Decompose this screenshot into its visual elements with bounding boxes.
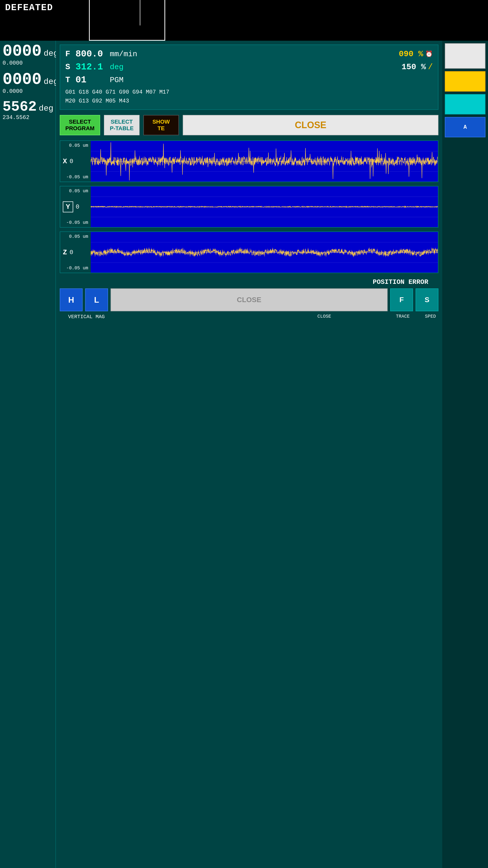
top-bar: DEFEATED <box>0 0 488 41</box>
s-label: S <box>65 62 75 72</box>
chart-z: 0.05 um Z 0 -0.05 um <box>60 231 438 273</box>
axis1-value: 0000 <box>3 43 42 60</box>
chart-y-axis-box: Y <box>63 202 73 212</box>
chart-z-axis-label: Z <box>63 248 67 256</box>
s-unit: deg <box>110 63 124 71</box>
bottom-button-row: H L CLOSE F S <box>60 288 438 311</box>
right-btn-yellow[interactable] <box>445 71 485 92</box>
chart-x-canvas <box>91 141 438 182</box>
axis1-small: 0.0000 <box>3 60 53 66</box>
chart-y-top-label: 0.05 um <box>63 188 88 193</box>
main-container: DEFEATED 0000 deg 0.0000 0000 deg 0.0 <box>0 0 488 868</box>
axis2-small: 0.0000 <box>3 88 53 95</box>
info-box: F 800.0 mm/min 090 % ⏰ S 312.1 deg 150 %… <box>60 44 438 110</box>
axis-display-1: 0000 deg 0.0000 <box>3 43 53 66</box>
f-trace-button[interactable]: F <box>390 288 413 311</box>
slash-icon: / <box>428 62 433 72</box>
chart-z-bottom-label: -0.05 um <box>63 266 88 271</box>
close-bottom-button[interactable]: CLOSE <box>110 288 388 311</box>
chart-x-top-label: 0.05 um <box>63 143 88 148</box>
chart-y-bottom-label: -0.05 um <box>63 220 88 225</box>
chart-z-zero: 0 <box>70 249 73 256</box>
g-codes-line1: G01 G18 G40 G71 G90 G94 M07 M17 <box>65 88 433 97</box>
select-ptable-button[interactable]: SELECT P-TABLE <box>104 115 139 135</box>
t-value: 01 <box>75 75 106 85</box>
middle-panel: F 800.0 mm/min 090 % ⏰ S 312.1 deg 150 %… <box>56 41 442 868</box>
right-btn-blue-label: A <box>463 124 467 130</box>
g-codes: G01 G18 G40 G71 G90 G94 M07 M17 M20 G13 … <box>65 88 433 105</box>
charts-container: 0.05 um X 0 -0.05 um <box>60 141 438 273</box>
f-label: F <box>65 49 75 59</box>
s-percent: 150 % <box>401 62 426 72</box>
f-percent: 090 % <box>399 49 423 59</box>
t-row: T 01 PGM <box>65 75 433 85</box>
left-panel: 0000 deg 0.0000 0000 deg 0.0000 5562 deg <box>0 41 56 868</box>
axis3-value: 5562 <box>3 100 37 114</box>
chart-y-labels: 0.05 um Y 0 -0.05 um <box>60 186 91 227</box>
chart-x-bottom-label: -0.05 um <box>63 175 88 180</box>
sped-label: SPED <box>425 314 436 320</box>
chart-x-labels: 0.05 um X 0 -0.05 um <box>60 141 91 182</box>
close-top-button[interactable]: CLOSE <box>183 115 438 135</box>
f-row: F 800.0 mm/min 090 % ⏰ <box>65 49 433 59</box>
right-btn-cyan[interactable] <box>445 94 485 115</box>
diagram-vertical <box>140 0 140 25</box>
top-diagram <box>89 0 165 41</box>
chart-y: 0.05 um Y 0 -0.05 um <box>60 186 438 228</box>
s-value: 312.1 <box>75 62 106 72</box>
h-button[interactable]: H <box>60 288 83 311</box>
close-bottom-label: CLOSE <box>255 314 393 320</box>
right-btn-1[interactable] <box>445 43 485 69</box>
clock-icon: ⏰ <box>425 50 433 58</box>
defeated-text: DEFEATED <box>5 3 53 13</box>
content-area: 0000 deg 0.0000 0000 deg 0.0000 5562 deg <box>0 41 488 868</box>
select-program-button[interactable]: SELECT PROGRAM <box>60 115 100 135</box>
axis-display-2: 0000 deg 0.0000 <box>3 71 53 95</box>
show-te-button[interactable]: SHOW TE <box>143 115 179 135</box>
g-codes-line2: M20 G13 G92 M05 M43 <box>65 97 433 105</box>
chart-x: 0.05 um X 0 -0.05 um <box>60 141 438 182</box>
right-panel: A <box>442 41 488 868</box>
chart-z-canvas <box>91 232 438 273</box>
t-label: T <box>65 75 75 85</box>
s-row: S 312.1 deg 150 % / <box>65 62 433 72</box>
chart-z-labels: 0.05 um Z 0 -0.05 um <box>60 232 91 273</box>
s-sped-button[interactable]: S <box>416 288 438 311</box>
chart-z-top-label: 0.05 um <box>63 234 88 239</box>
chart-z-area <box>91 232 438 273</box>
chart-y-canvas <box>91 186 438 227</box>
f-unit: mm/min <box>110 50 137 59</box>
l-button[interactable]: L <box>85 288 108 311</box>
position-error-label: POSITION ERROR <box>373 278 433 286</box>
right-btn-blue[interactable]: A <box>445 117 485 137</box>
chart-x-axis-label: X <box>63 157 67 165</box>
trace-label: TRACE <box>396 314 410 320</box>
f-value: 800.0 <box>75 49 106 59</box>
chart-x-zero: 0 <box>70 158 73 165</box>
axis-display-3: 5562 deg 234.5562 <box>3 100 53 121</box>
chart-x-area <box>91 141 438 182</box>
bottom-controls: POSITION ERROR H L CLOSE F S VERTICAL MA… <box>60 278 438 320</box>
button-row: SELECT PROGRAM SELECT P-TABLE SHOW TE CL… <box>60 115 438 135</box>
t-pgm: PGM <box>110 76 124 85</box>
vertical-mag-label: VERTICAL MAG <box>61 314 112 320</box>
axis3-unit: deg <box>39 104 53 113</box>
axis2-value: 0000 <box>3 71 42 88</box>
chart-y-zero: 0 <box>76 204 79 210</box>
axis3-small: 234.5562 <box>3 115 53 121</box>
chart-y-area <box>91 186 438 227</box>
